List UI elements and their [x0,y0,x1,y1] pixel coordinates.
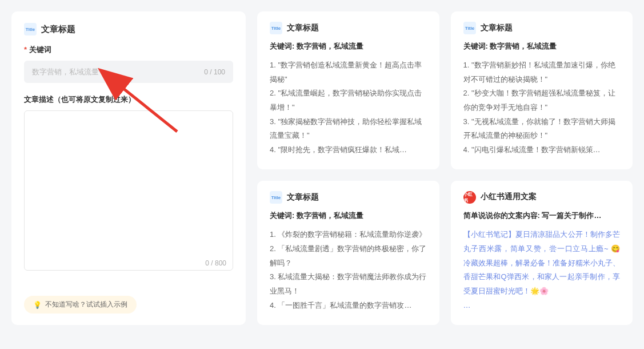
list-item: 2. "私域流量崛起，数字营销秘诀助你实现点击暴增！" [270,86,427,114]
list-item: 2. "秒变大咖！数字营销超强私域流量秘笈，让你的竞争对手无地自容！" [463,86,621,114]
hint-text: 不知道写啥？试试插入示例 [45,300,127,310]
xhs-title: 小红书通用文案 [481,191,537,203]
card-header: Title 文章标题 [270,191,427,204]
list-item: 3. "无视私域流量，你就输了！数字营销大师揭开私域流量的神秘面纱！" [463,115,621,143]
insert-example-button[interactable]: 💡 不知道写啥？试试插入示例 [24,296,137,314]
result-list: 1. 《炸裂的数字营销秘籍：私域流量助你逆袭》 2. 「私域流量剧透」数字营销的… [270,228,427,312]
svg-line-5 [120,86,177,132]
keyword-char-count: 0 / 100 [204,68,225,76]
list-item: 4. "限时抢先，数字营销疯狂爆款！私域… [270,143,427,157]
required-asterisk: * [24,45,27,54]
section-header: Title 文章标题 [24,23,233,35]
title-icon: Title [270,22,282,34]
annotation-arrow [63,63,194,149]
bulb-icon: 💡 [33,301,42,309]
form-panel: Title 文章标题 *关键词 0 / 100 文章描述（也可将原文复制过来） … [11,11,246,325]
xhs-subtitle: 简单说说你的文案内容: 写一篇关于制作… [463,211,621,221]
list-item: 1. 《炸裂的数字营销秘籍：私域流量助你逆袭》 [270,228,427,242]
keywords-line: 关键词: 数字营销，私域流量 [463,41,621,51]
list-item: 1. "数字营销新妙招！私域流量加速引爆，你绝对不可错过的秘诀揭晓！" [463,58,621,86]
list-item: 3. "独家揭秘数字营销神技，助你轻松掌握私域流量宝藏！" [270,115,427,143]
card-title: 文章标题 [287,23,319,33]
keywords-line: 关键词: 数字营销，私域流量 [270,41,427,51]
description-char-count: 0 / 800 [205,259,226,267]
xhs-card: 小红书 小红书通用文案 简单说说你的文案内容: 写一篇关于制作… 【小红书笔记】… [451,181,633,325]
list-item: 4. 「一图胜千言」私域流量的数字营销攻… [270,299,427,313]
card-header: Title 文章标题 [270,22,427,34]
card-header: 小红书 小红书通用文案 [463,191,621,204]
title-icon: Title [24,23,37,35]
card-title: 文章标题 [481,23,513,33]
keyword-label: *关键词 [24,45,233,55]
title-icon: Title [463,22,476,34]
keywords-line: 关键词: 数字营销，私域流量 [270,211,427,221]
result-list: 1. "数字营销创造私域流量新黄金！超高点击率揭秘" 2. "私域流量崛起，数字… [270,58,427,157]
xhs-content: 【小红书笔记】夏日清凉甜品大公开！制作多芒丸子西米露，简单又赞，尝一口立马上瘾~… [463,228,621,298]
list-item: 3. 私域流量大揭秘：数字营销魔法师教你成为行业黑马！ [270,270,427,298]
list-item: 2. 「私域流量剧透」数字营销的终极秘密，你了解吗？ [270,242,427,270]
svg-text:Title: Title [271,195,281,200]
results-panel: Title 文章标题 关键词: 数字营销，私域流量 1. "数字营销创造私域流量… [257,11,633,325]
section-title: 文章标题 [41,24,75,35]
result-card: Title 文章标题 关键词: 数字营销，私域流量 1. "数字营销新妙招！私域… [451,11,633,169]
title-icon: Title [270,191,282,204]
result-card: Title 文章标题 关键词: 数字营销，私域流量 1. 《炸裂的数字营销秘籍：… [257,181,439,325]
svg-text:Title: Title [465,26,474,31]
svg-text:Title: Title [26,27,35,32]
card-title: 文章标题 [287,192,319,203]
xiaohongshu-icon: 小红书 [463,191,476,204]
list-item: 4. "闪电引爆私域流量！数字营销新锐策… [463,143,621,157]
svg-text:Title: Title [271,26,281,31]
card-header: Title 文章标题 [463,22,621,34]
xhs-more: … [463,299,621,313]
result-list: 1. "数字营销新妙招！私域流量加速引爆，你绝对不可错过的秘诀揭晓！" 2. "… [463,58,621,157]
result-card: Title 文章标题 关键词: 数字营销，私域流量 1. "数字营销创造私域流量… [257,11,439,169]
list-item: 1. "数字营销创造私域流量新黄金！超高点击率揭秘" [270,58,427,86]
